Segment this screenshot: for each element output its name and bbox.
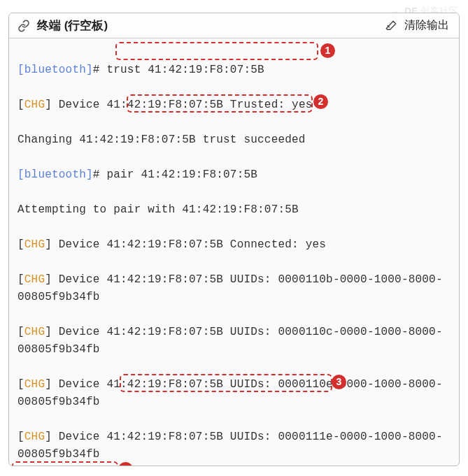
output-line: ] Device 41:42:19:F8:07:5B UUIDs: 000011… xyxy=(17,326,443,356)
terminal-title: 终端 (行空板) xyxy=(37,17,378,34)
output-line: ] Device 41:42:19:F8:07:5B Connected: ye… xyxy=(45,238,326,251)
cmd-pair: pair 41:42:19:F8:07:5B xyxy=(106,168,257,181)
output-line: ] Device 41:42:19:F8:07:5B UUIDs: 000011… xyxy=(17,273,443,303)
output-line: Attempting to pair with 41:42:19:F8:07:5… xyxy=(17,201,452,219)
clear-output-button[interactable]: 清除输出 xyxy=(404,18,452,33)
output-line: Changing 41:42:19:F8:07:5B trust succeed… xyxy=(17,131,452,149)
link-icon xyxy=(16,18,31,34)
output-line: ] Device 41:42:19:F8:07:5B Trusted: yes xyxy=(45,99,312,111)
terminal-output[interactable]: [bluetooth]# trust 41:42:19:F8:07:5B [CH… xyxy=(9,38,459,466)
eraser-icon xyxy=(383,18,399,34)
prompt-bluetooth: [bluetooth] xyxy=(17,64,93,76)
terminal-panel: 终端 (行空板) 清除输出 [bluetooth]# trust 41:42:1… xyxy=(8,13,460,466)
output-line: ] Device 41:42:19:F8:07:5B UUIDs: 000011… xyxy=(17,378,443,408)
callout-badge-1: 1 xyxy=(320,43,335,58)
terminal-header: 终端 (行空板) 清除输出 xyxy=(9,13,459,38)
prompt-bluetooth: [bluetooth] xyxy=(17,168,93,181)
cmd-trust: trust 41:42:19:F8:07:5B xyxy=(106,64,264,76)
output-line: ] Device 41:42:19:F8:07:5B UUIDs: 000011… xyxy=(17,431,443,461)
callout-box-1 xyxy=(115,42,318,60)
